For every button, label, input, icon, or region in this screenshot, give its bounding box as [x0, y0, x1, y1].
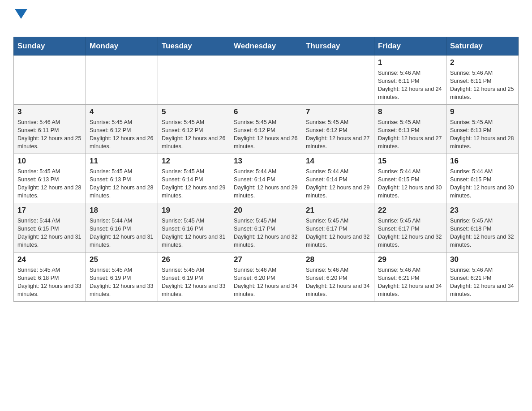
cell-info: Sunrise: 5:45 AMSunset: 6:17 PMDaylight:…	[378, 217, 442, 249]
cell-info: Sunrise: 5:45 AMSunset: 6:17 PMDaylight:…	[306, 217, 370, 249]
calendar-cell: 28Sunrise: 5:46 AMSunset: 6:20 PMDayligh…	[302, 253, 374, 302]
cell-info: Sunrise: 5:44 AMSunset: 6:16 PMDaylight:…	[90, 217, 154, 249]
cell-info: Sunrise: 5:45 AMSunset: 6:19 PMDaylight:…	[162, 266, 226, 299]
cell-info: Sunrise: 5:44 AMSunset: 6:15 PMDaylight:…	[378, 167, 442, 200]
calendar-cell: 6Sunrise: 5:45 AMSunset: 6:12 PMDaylight…	[230, 105, 302, 154]
cell-day-number: 18	[90, 206, 154, 215]
cell-info: Sunrise: 5:45 AMSunset: 6:16 PMDaylight:…	[162, 217, 226, 249]
cell-info: Sunrise: 5:44 AMSunset: 6:15 PMDaylight:…	[17, 217, 82, 249]
cell-info: Sunrise: 5:45 AMSunset: 6:13 PMDaylight:…	[17, 167, 82, 200]
cell-day-number: 25	[90, 255, 154, 264]
calendar-week-row: 17Sunrise: 5:44 AMSunset: 6:15 PMDayligh…	[14, 203, 519, 253]
cell-day-number: 4	[90, 107, 154, 116]
cell-day-number: 15	[378, 157, 442, 166]
cell-day-number: 8	[378, 107, 442, 116]
calendar-week-row: 24Sunrise: 5:45 AMSunset: 6:18 PMDayligh…	[14, 253, 519, 302]
header-wednesday: Wednesday	[230, 37, 302, 56]
calendar-cell: 22Sunrise: 5:45 AMSunset: 6:17 PMDayligh…	[374, 203, 446, 253]
calendar-cell	[230, 56, 302, 105]
cell-day-number: 17	[17, 206, 82, 215]
calendar-cell: 23Sunrise: 5:45 AMSunset: 6:18 PMDayligh…	[446, 203, 519, 253]
cell-day-number: 2	[450, 58, 515, 67]
calendar-cell: 13Sunrise: 5:44 AMSunset: 6:14 PMDayligh…	[230, 154, 302, 203]
calendar-cell: 2Sunrise: 5:46 AMSunset: 6:11 PMDaylight…	[446, 56, 519, 105]
calendar-cell: 30Sunrise: 5:46 AMSunset: 6:21 PMDayligh…	[446, 253, 519, 302]
calendar-cell: 20Sunrise: 5:45 AMSunset: 6:17 PMDayligh…	[230, 203, 302, 253]
cell-info: Sunrise: 5:45 AMSunset: 6:13 PMDaylight:…	[90, 167, 154, 200]
cell-info: Sunrise: 5:45 AMSunset: 6:12 PMDaylight:…	[306, 118, 370, 151]
cell-day-number: 22	[378, 206, 442, 215]
cell-info: Sunrise: 5:44 AMSunset: 6:14 PMDaylight:…	[306, 167, 370, 200]
cell-info: Sunrise: 5:46 AMSunset: 6:20 PMDaylight:…	[234, 266, 298, 299]
cell-info: Sunrise: 5:45 AMSunset: 6:14 PMDaylight:…	[162, 167, 226, 200]
cell-day-number: 29	[378, 255, 442, 264]
cell-day-number: 26	[162, 255, 226, 264]
cell-info: Sunrise: 5:45 AMSunset: 6:18 PMDaylight:…	[450, 217, 515, 249]
calendar-cell: 1Sunrise: 5:46 AMSunset: 6:11 PMDaylight…	[374, 56, 446, 105]
cell-day-number: 7	[306, 107, 370, 116]
calendar-header-row: SundayMondayTuesdayWednesdayThursdayFrid…	[14, 37, 519, 56]
cell-day-number: 23	[450, 206, 515, 215]
calendar-cell: 9Sunrise: 5:45 AMSunset: 6:13 PMDaylight…	[446, 105, 519, 154]
calendar-cell: 8Sunrise: 5:45 AMSunset: 6:13 PMDaylight…	[374, 105, 446, 154]
cell-day-number: 30	[450, 255, 515, 264]
cell-info: Sunrise: 5:44 AMSunset: 6:15 PMDaylight:…	[450, 167, 515, 200]
cell-day-number: 10	[17, 157, 82, 166]
calendar-cell: 15Sunrise: 5:44 AMSunset: 6:15 PMDayligh…	[374, 154, 446, 203]
cell-day-number: 9	[450, 107, 515, 116]
calendar-cell: 24Sunrise: 5:45 AMSunset: 6:18 PMDayligh…	[14, 253, 86, 302]
calendar-cell: 7Sunrise: 5:45 AMSunset: 6:12 PMDaylight…	[302, 105, 374, 154]
cell-day-number: 12	[162, 157, 226, 166]
cell-info: Sunrise: 5:45 AMSunset: 6:18 PMDaylight:…	[17, 266, 82, 299]
cell-info: Sunrise: 5:45 AMSunset: 6:13 PMDaylight:…	[378, 118, 442, 151]
calendar-cell: 4Sunrise: 5:45 AMSunset: 6:12 PMDaylight…	[86, 105, 158, 154]
calendar-cell	[86, 56, 158, 105]
calendar-cell: 19Sunrise: 5:45 AMSunset: 6:16 PMDayligh…	[158, 203, 230, 253]
logo	[13, 9, 27, 32]
cell-info: Sunrise: 5:46 AMSunset: 6:11 PMDaylight:…	[450, 69, 515, 102]
calendar-cell: 11Sunrise: 5:45 AMSunset: 6:13 PMDayligh…	[86, 154, 158, 203]
calendar-cell: 27Sunrise: 5:46 AMSunset: 6:20 PMDayligh…	[230, 253, 302, 302]
logo-triangle-icon	[15, 9, 27, 19]
calendar-table: SundayMondayTuesdayWednesdayThursdayFrid…	[13, 37, 519, 302]
calendar-cell: 25Sunrise: 5:45 AMSunset: 6:19 PMDayligh…	[86, 253, 158, 302]
cell-info: Sunrise: 5:46 AMSunset: 6:20 PMDaylight:…	[306, 266, 370, 299]
cell-info: Sunrise: 5:46 AMSunset: 6:21 PMDaylight:…	[378, 266, 442, 299]
cell-info: Sunrise: 5:45 AMSunset: 6:19 PMDaylight:…	[90, 266, 154, 299]
cell-info: Sunrise: 5:45 AMSunset: 6:13 PMDaylight:…	[450, 118, 515, 151]
cell-day-number: 11	[90, 157, 154, 166]
cell-day-number: 13	[234, 157, 298, 166]
cell-info: Sunrise: 5:45 AMSunset: 6:12 PMDaylight:…	[90, 118, 154, 151]
cell-day-number: 21	[306, 206, 370, 215]
header-tuesday: Tuesday	[158, 37, 230, 56]
calendar-cell: 18Sunrise: 5:44 AMSunset: 6:16 PMDayligh…	[86, 203, 158, 253]
cell-day-number: 1	[378, 58, 442, 67]
cell-info: Sunrise: 5:46 AMSunset: 6:11 PMDaylight:…	[17, 118, 82, 151]
cell-day-number: 28	[306, 255, 370, 264]
calendar-cell: 16Sunrise: 5:44 AMSunset: 6:15 PMDayligh…	[446, 154, 519, 203]
calendar-cell: 26Sunrise: 5:45 AMSunset: 6:19 PMDayligh…	[158, 253, 230, 302]
calendar-cell: 12Sunrise: 5:45 AMSunset: 6:14 PMDayligh…	[158, 154, 230, 203]
header-saturday: Saturday	[446, 37, 519, 56]
header-sunday: Sunday	[14, 37, 86, 56]
cell-day-number: 20	[234, 206, 298, 215]
cell-info: Sunrise: 5:45 AMSunset: 6:12 PMDaylight:…	[234, 118, 298, 151]
calendar-cell: 10Sunrise: 5:45 AMSunset: 6:13 PMDayligh…	[14, 154, 86, 203]
header-thursday: Thursday	[302, 37, 374, 56]
cell-day-number: 3	[17, 107, 82, 116]
cell-info: Sunrise: 5:46 AMSunset: 6:21 PMDaylight:…	[450, 266, 515, 299]
cell-day-number: 19	[162, 206, 226, 215]
cell-info: Sunrise: 5:45 AMSunset: 6:17 PMDaylight:…	[234, 217, 298, 249]
cell-day-number: 16	[450, 157, 515, 166]
header-monday: Monday	[86, 37, 158, 56]
svg-marker-0	[15, 9, 27, 19]
calendar-cell: 14Sunrise: 5:44 AMSunset: 6:14 PMDayligh…	[302, 154, 374, 203]
page-header	[13, 9, 519, 32]
calendar-week-row: 3Sunrise: 5:46 AMSunset: 6:11 PMDaylight…	[14, 105, 519, 154]
calendar-cell	[302, 56, 374, 105]
cell-info: Sunrise: 5:46 AMSunset: 6:11 PMDaylight:…	[378, 69, 442, 102]
calendar-cell	[158, 56, 230, 105]
calendar-cell: 3Sunrise: 5:46 AMSunset: 6:11 PMDaylight…	[14, 105, 86, 154]
cell-info: Sunrise: 5:45 AMSunset: 6:12 PMDaylight:…	[162, 118, 226, 151]
cell-info: Sunrise: 5:44 AMSunset: 6:14 PMDaylight:…	[234, 167, 298, 200]
